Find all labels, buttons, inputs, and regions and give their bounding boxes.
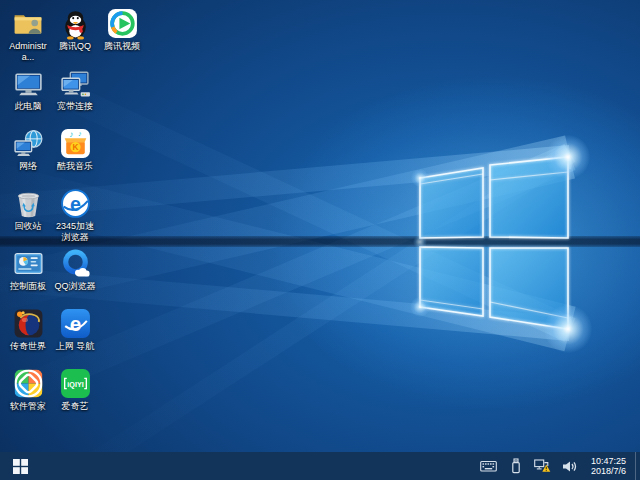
- svg-text:e: e: [69, 312, 80, 335]
- taskbar-clock[interactable]: 10:47:25 2018/7/6: [588, 456, 629, 477]
- svg-text:K: K: [72, 143, 78, 152]
- icon-label: 上网 导航: [52, 341, 98, 352]
- music-note-icon: ♪: [78, 129, 82, 138]
- windows-logo-icon: [13, 459, 28, 474]
- desktop-icon-qq-browser[interactable]: QQ浏览器: [52, 246, 98, 304]
- dual-monitor-icon: [52, 66, 98, 100]
- svg-text:e: e: [70, 192, 81, 214]
- icon-label: 控制面板: [5, 281, 51, 292]
- desktop-icon-tencent-qq[interactable]: 腾讯QQ: [52, 6, 98, 64]
- internet-navigation-icon: e: [52, 306, 98, 340]
- icon-label: QQ浏览器: [52, 281, 98, 292]
- icon-label: 宽带连接: [52, 101, 98, 112]
- tencent-video-icon: [99, 6, 145, 40]
- svg-text:iQIYI: iQIYI: [67, 379, 83, 388]
- kuwo-music-icon: ♪ ♪ K: [52, 126, 98, 160]
- desktop-icon-control-panel[interactable]: 控制面板: [5, 246, 51, 304]
- icon-label: 腾讯QQ: [52, 41, 98, 52]
- icon-label: Administra...: [5, 41, 51, 62]
- desktop-icon-software-manager[interactable]: 软件管家: [5, 366, 51, 424]
- qq-penguin-icon: [52, 6, 98, 40]
- recycle-bin-icon: [5, 186, 51, 220]
- network-warning-icon[interactable]: [534, 454, 552, 478]
- administrator-folder-icon: [5, 6, 51, 40]
- taskbar: 10:47:25 2018/7/6: [0, 452, 640, 480]
- software-manager-icon: [5, 366, 51, 400]
- desktop-icon-iqiyi[interactable]: iQIYI 爱奇艺: [52, 366, 98, 424]
- usb-device-icon[interactable]: [507, 454, 525, 478]
- show-desktop-button[interactable]: [635, 452, 640, 480]
- qq-browser-icon: [52, 246, 98, 280]
- desktop-icon-administrator[interactable]: Administra...: [5, 6, 51, 64]
- icon-label: 网络: [5, 161, 51, 172]
- volume-icon[interactable]: [561, 454, 579, 478]
- icon-label: 回收站: [5, 221, 51, 232]
- touch-keyboard-icon[interactable]: [480, 454, 498, 478]
- windows-hero-logo: [413, 149, 575, 333]
- icon-label: 2345加速浏览器: [52, 221, 98, 242]
- desktop-icon-legend-world[interactable]: 传奇世界: [5, 306, 51, 364]
- network-globe-monitor-icon: [5, 126, 51, 160]
- icon-label: 软件管家: [5, 401, 51, 412]
- system-tray: 10:47:25 2018/7/6: [480, 452, 635, 480]
- computer-monitor-icon: [5, 66, 51, 100]
- clock-time: 10:47:25: [591, 456, 626, 467]
- legend-world-game-icon: [5, 306, 51, 340]
- icon-label: 传奇世界: [5, 341, 51, 352]
- desktop-icon-network[interactable]: 网络: [5, 126, 51, 184]
- music-note-icon: ♪: [69, 130, 73, 139]
- control-panel-icon: [5, 246, 51, 280]
- desktop-icon-broadband[interactable]: 宽带连接: [52, 66, 98, 124]
- start-button[interactable]: [0, 452, 40, 480]
- desktop-icon-internet-navigation[interactable]: e 上网 导航: [52, 306, 98, 364]
- clock-date: 2018/7/6: [591, 466, 626, 477]
- icon-label: 酷我音乐: [52, 161, 98, 172]
- desktop-icon-recycle-bin[interactable]: 回收站: [5, 186, 51, 244]
- icon-label: 腾讯视频: [99, 41, 145, 52]
- windows-desktop: Administra... 腾讯QQ: [0, 0, 640, 480]
- desktop-icon-kuwo-music[interactable]: ♪ ♪ K 酷我音乐: [52, 126, 98, 184]
- 2345-browser-icon: e: [52, 186, 98, 220]
- desktop-icon-2345-browser[interactable]: e 2345加速浏览器: [52, 186, 98, 244]
- icon-label: 此电脑: [5, 101, 51, 112]
- iqiyi-icon: iQIYI: [52, 366, 98, 400]
- desktop-icon-tencent-video[interactable]: 腾讯视频: [99, 6, 145, 64]
- icon-label: 爱奇艺: [52, 401, 98, 412]
- desktop-icon-this-pc[interactable]: 此电脑: [5, 66, 51, 124]
